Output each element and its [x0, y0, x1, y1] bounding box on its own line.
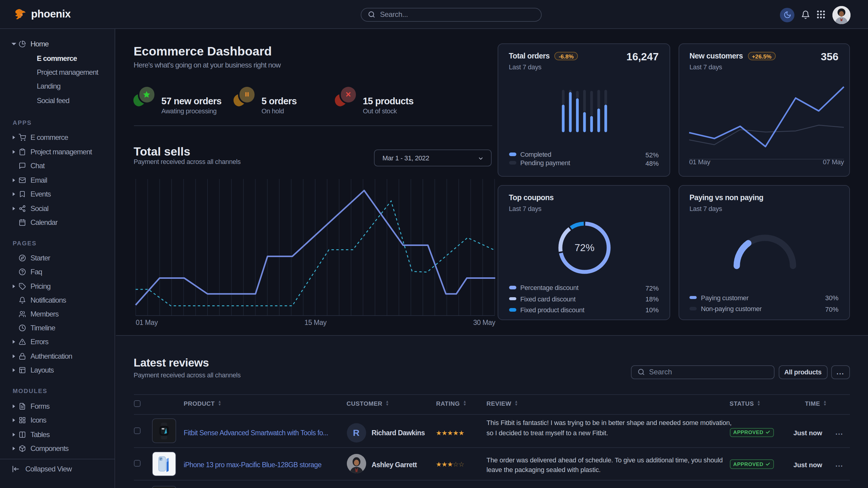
- svg-text:15 May: 15 May: [304, 319, 327, 326]
- svg-text:07 May: 07 May: [823, 158, 843, 166]
- svg-text:01 May: 01 May: [689, 158, 710, 166]
- svg-text:72%: 72%: [575, 242, 594, 253]
- svg-text:01 May: 01 May: [136, 319, 158, 326]
- svg-text:30 May: 30 May: [473, 319, 496, 326]
